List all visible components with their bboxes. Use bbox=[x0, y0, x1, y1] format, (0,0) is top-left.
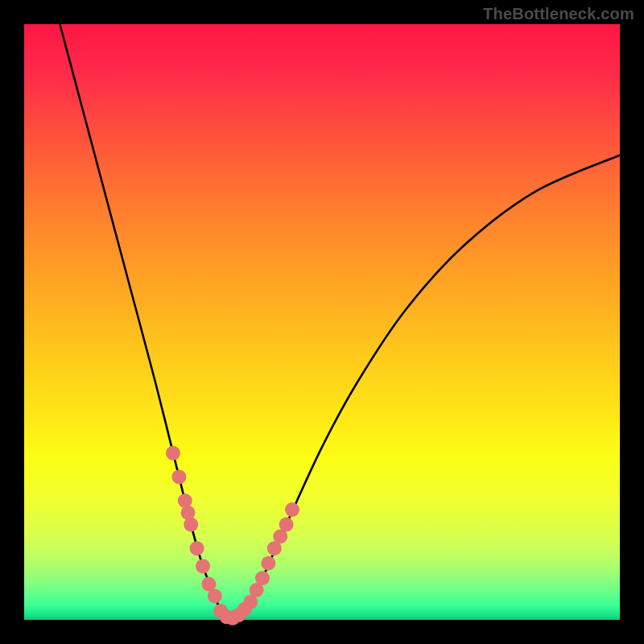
bottleneck-curve-svg bbox=[24, 24, 620, 620]
sample-marker bbox=[171, 469, 186, 484]
chart-frame: TheBottleneck.com bbox=[0, 0, 644, 644]
sample-marker bbox=[184, 518, 198, 532]
sample-marker bbox=[261, 556, 275, 571]
sample-marker bbox=[196, 559, 210, 573]
sample-marker bbox=[285, 502, 299, 517]
watermark-text: TheBottleneck.com bbox=[483, 5, 634, 23]
sample-markers-group bbox=[166, 446, 299, 625]
sample-marker bbox=[190, 541, 204, 555]
bottleneck-curve-path bbox=[60, 24, 620, 618]
sample-marker bbox=[279, 518, 294, 532]
sample-marker bbox=[208, 588, 222, 603]
sample-marker bbox=[166, 446, 180, 460]
plot-area bbox=[24, 24, 620, 620]
sample-marker bbox=[255, 571, 270, 585]
